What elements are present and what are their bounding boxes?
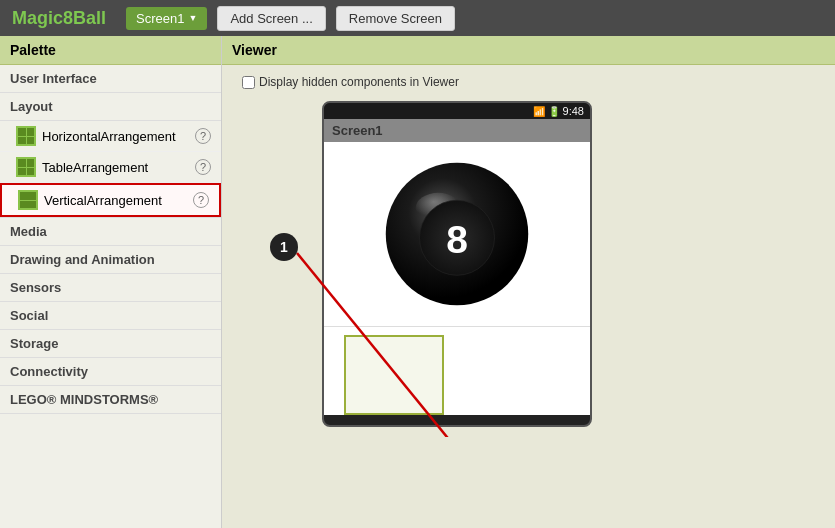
sidebar-item-connectivity[interactable]: Connectivity [0,358,221,386]
table-arrangement-label: TableArrangement [42,160,189,175]
remove-screen-button[interactable]: Remove Screen [336,6,455,31]
viewer-body: Display hidden components in Viewer 1 📶 … [222,65,835,437]
sidebar-item-layout[interactable]: Layout [0,93,221,121]
status-time: 9:48 [563,105,584,117]
sidebar-item-storage[interactable]: Storage [0,330,221,358]
svg-text:8: 8 [446,218,468,261]
viewer-header: Viewer [222,36,835,65]
sidebar-item-user-interface[interactable]: User Interface [0,65,221,93]
header: Magic8Ball Screen1 Add Screen ... Remove… [0,0,835,36]
app-title: Magic8Ball [12,8,106,29]
sidebar-item-drawing[interactable]: Drawing and Animation [0,246,221,274]
sidebar-item-lego[interactable]: LEGO® MINDSTORMS® [0,386,221,414]
layout-items: HorizontalArrangement ? TableArrangement… [0,121,221,218]
step-badge: 1 [270,233,298,261]
display-hidden-row: Display hidden components in Viewer [242,75,815,89]
viewer-content: Viewer Display hidden components in View… [222,36,835,528]
phone-mockup: 📶 🔋 9:48 Screen1 [322,101,592,427]
palette-header: Palette [0,36,221,65]
drop-target-area [344,335,444,415]
battery-icon: 🔋 [548,106,560,117]
phone-title-bar: Screen1 [324,119,590,142]
sidebar-item-sensors[interactable]: Sensors [0,274,221,302]
display-hidden-label: Display hidden components in Viewer [259,75,459,89]
horizontal-help-icon[interactable]: ? [195,128,211,144]
phone-screen: 8 [324,142,590,415]
palette-item-vertical[interactable]: VerticalArrangement ? [0,183,221,217]
palette-item-table[interactable]: TableArrangement ? [0,152,221,183]
palette-item-horizontal[interactable]: HorizontalArrangement ? [0,121,221,152]
add-screen-button[interactable]: Add Screen ... [217,6,325,31]
horizontal-arrangement-label: HorizontalArrangement [42,129,189,144]
sidebar-item-media[interactable]: Media [0,218,221,246]
palette-sidebar: Palette User Interface Layout Horizontal… [0,36,222,528]
sidebar-item-social[interactable]: Social [0,302,221,330]
horizontal-arrangement-icon [16,126,36,146]
magic8ball-area: 8 [324,142,590,327]
table-arrangement-icon [16,157,36,177]
table-help-icon[interactable]: ? [195,159,211,175]
wifi-icon: 📶 [533,106,545,117]
main-layout: Palette User Interface Layout Horizontal… [0,36,835,528]
vertical-help-icon[interactable]: ? [193,192,209,208]
magic8ball-image: 8 [382,159,532,309]
vertical-arrangement-icon [18,190,38,210]
vertical-arrangement-label: VerticalArrangement [44,193,187,208]
display-hidden-checkbox[interactable] [242,76,255,89]
status-icons: 📶 🔋 9:48 [533,105,584,117]
phone-status-bar: 📶 🔋 9:48 [324,103,590,119]
screen-dropdown[interactable]: Screen1 [126,7,207,30]
